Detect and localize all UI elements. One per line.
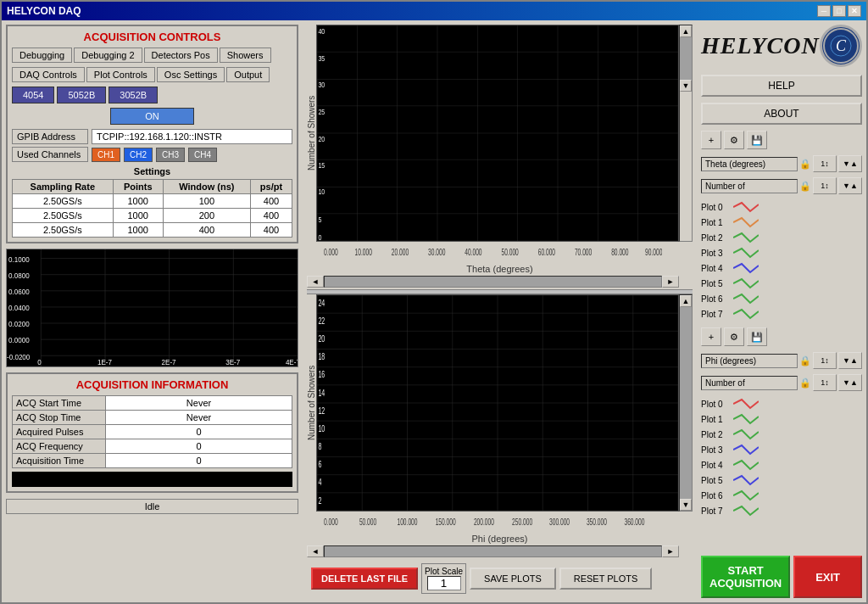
svg-text:40.000: 40.000 — [465, 248, 482, 258]
about-button[interactable]: ABOUT — [701, 103, 862, 125]
top-plot-line-icon — [733, 201, 759, 213]
svg-text:18: 18 — [318, 352, 325, 362]
number-label-2: Number of — [701, 376, 798, 390]
reset-plots-button[interactable]: RESET PLOTS — [559, 568, 653, 590]
svg-text:4E-7: 4E-7 — [286, 359, 298, 366]
tab-showers[interactable]: Showers — [220, 48, 271, 63]
tab-daq-controls[interactable]: DAQ Controls — [12, 67, 85, 82]
gear-icon-2[interactable]: ⚙ — [724, 327, 744, 346]
bottom-plot-hscroll: ◄ ► — [307, 545, 693, 557]
number-ctrl-1a[interactable]: 1↕ — [813, 177, 837, 194]
gpib-value[interactable]: TCPIP::192.168.1.120::INSTR — [92, 129, 292, 144]
theta-ctrl-2[interactable]: ▼▲ — [838, 155, 862, 172]
top-plot-label: Plot 6 — [701, 294, 731, 304]
channel-3-button[interactable]: CH3 — [156, 148, 185, 162]
svg-text:10: 10 — [318, 187, 325, 196]
number-param-row-1: Number of 🔒 1↕ ▼▲ — [701, 177, 862, 194]
status-bar: Idle — [6, 499, 298, 514]
right-panel: HELYCON C HELP ABOUT + ⚙ 💾 Theta — [697, 20, 866, 602]
top-plot-line-icon — [733, 293, 759, 305]
bottom-action-row: STARTACQUISITION EXIT — [701, 551, 862, 598]
top-plot-item: Plot 1 — [701, 215, 862, 230]
tab-output[interactable]: Output — [226, 67, 270, 82]
bottom-hscroll-left[interactable]: ◄ — [307, 545, 324, 557]
help-button[interactable]: HELP — [701, 75, 862, 97]
gear-icon[interactable]: ⚙ — [724, 131, 744, 149]
top-hscroll-right[interactable]: ► — [662, 276, 679, 288]
device-3052b[interactable]: 3052B — [108, 87, 158, 103]
bottom-plot-chart: 24 22 20 18 16 14 12 10 8 6 4 2 — [316, 294, 679, 512]
save-plots-button[interactable]: SAVE PLOTS — [470, 568, 556, 590]
svg-text:50.000: 50.000 — [501, 248, 519, 258]
svg-text:0: 0 — [318, 232, 321, 241]
delete-last-file-button[interactable]: DELETE LAST FILE — [311, 568, 418, 590]
acq-info-value: Never — [106, 411, 292, 425]
col-pspt: ps/pt — [250, 180, 292, 194]
device-5052b[interactable]: 5052B — [57, 87, 106, 103]
number-ctrl-2b[interactable]: ▼▲ — [838, 374, 862, 391]
theta-ctrl-1[interactable]: 1↕ — [813, 155, 837, 172]
svg-text:5: 5 — [318, 214, 321, 223]
channels-label: Used Channels — [12, 147, 88, 162]
top-scrollbar-up[interactable]: ▲ — [680, 25, 692, 37]
acq-info-table: ACQ Start TimeNeverACQ Stop TimeNeverAcq… — [12, 395, 292, 468]
bottom-plot-line-icon — [733, 505, 759, 517]
bottom-buttons: DELETE LAST FILE Plot Scale SAVE PLOTS R… — [307, 559, 693, 598]
exit-button[interactable]: EXIT — [793, 556, 862, 598]
bottom-scrollbar-down[interactable]: ▼ — [680, 499, 692, 511]
acq-info-label: ACQ Stop Time — [13, 411, 106, 425]
channel-4-button[interactable]: CH4 — [188, 148, 217, 162]
window-title: HELYCON DAQ — [7, 5, 81, 17]
tab-osc-settings[interactable]: Osc Settings — [157, 67, 225, 82]
channel-2-button[interactable]: CH2 — [124, 148, 153, 162]
acq-info: ACQUISITION INFORMATION ACQ Start TimeNe… — [6, 372, 298, 493]
bottom-scrollbar-up[interactable]: ▲ — [680, 295, 692, 307]
bottom-plot-list: Plot 0 Plot 1 Plot 2 Plot 3 Plot 4 Plot … — [701, 396, 862, 518]
tab-debugging2[interactable]: Debugging 2 — [74, 48, 142, 63]
acq-info-label: Acquisition Time — [13, 454, 106, 468]
phi-ctrl-2[interactable]: ▼▲ — [838, 352, 862, 369]
plot-scale-input[interactable] — [427, 576, 461, 590]
title-bar-buttons: ─ □ ✕ — [817, 5, 861, 17]
bottom-hscroll-right[interactable]: ► — [662, 545, 679, 557]
svg-text:200.000: 200.000 — [474, 517, 494, 528]
minimize-button[interactable]: ─ — [817, 5, 831, 17]
svg-text:3E-7: 3E-7 — [225, 359, 240, 366]
bottom-plot-scrollbar-v[interactable]: ▲ ▼ — [679, 294, 693, 512]
tab-detectors-pos[interactable]: Detectors Pos — [144, 48, 218, 63]
device-4054[interactable]: 4054 — [12, 87, 54, 103]
table-cell: 2.50GS/s — [13, 194, 114, 209]
channel-1-button[interactable]: CH1 — [92, 148, 120, 162]
top-plot-label: Plot 5 — [701, 279, 731, 288]
bottom-plot-line-icon — [733, 444, 759, 456]
svg-text:300.000: 300.000 — [549, 517, 570, 528]
tab-debugging[interactable]: Debugging — [12, 48, 72, 63]
on-button[interactable]: ON — [110, 108, 194, 125]
top-hscroll-left[interactable]: ◄ — [307, 276, 324, 288]
bottom-plot-line-icon — [733, 459, 759, 471]
save-icon-2[interactable]: 💾 — [747, 327, 767, 346]
plus-icon[interactable]: + — [701, 131, 721, 149]
top-plot-x-title: Theta (degrees) — [307, 264, 693, 274]
plus-icon-2[interactable]: + — [701, 327, 721, 346]
left-panel: ACQUISITION CONTROLS Debugging Debugging… — [2, 20, 303, 602]
acq-info-row: Acquisition Time0 — [13, 454, 292, 468]
top-scrollbar-down[interactable]: ▼ — [680, 80, 692, 92]
start-acquisition-button[interactable]: STARTACQUISITION — [701, 556, 790, 598]
device-buttons: 4054 5052B 3052B — [12, 87, 292, 103]
number-ctrl-1b[interactable]: ▼▲ — [838, 177, 862, 194]
top-plot-list: Plot 0 Plot 1 Plot 2 Plot 3 Plot 4 Plot … — [701, 199, 862, 322]
number-ctrl-2a[interactable]: 1↕ — [813, 374, 837, 391]
top-plot-scrollbar-v[interactable]: ▲ ▼ — [679, 25, 693, 242]
tab-bar-row2: DAQ Controls Plot Controls Osc Settings … — [12, 67, 292, 82]
phi-ctrl-1[interactable]: 1↕ — [813, 352, 837, 369]
top-plot-label: Plot 3 — [701, 249, 731, 258]
close-button[interactable]: ✕ — [848, 5, 861, 17]
top-plot-line-icon — [733, 262, 759, 274]
phi-lock-icon: 🔒 — [799, 355, 811, 366]
save-icon[interactable]: 💾 — [747, 131, 767, 149]
number-lock-icon-2: 🔒 — [799, 378, 811, 389]
tab-plot-controls[interactable]: Plot Controls — [86, 67, 155, 82]
maximize-button[interactable]: □ — [832, 5, 846, 17]
acq-info-value: 0 — [106, 454, 292, 468]
